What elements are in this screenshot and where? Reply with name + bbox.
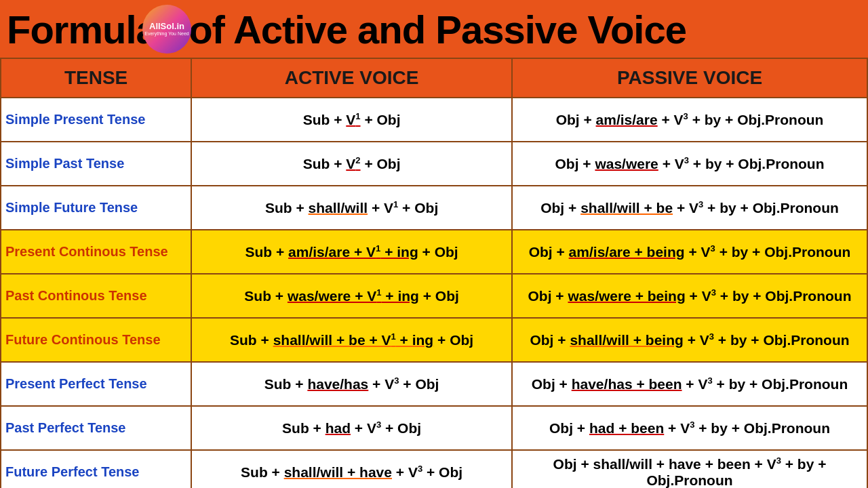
tense-name: Past Continous Tense (1, 274, 191, 318)
passive-formula: Obj + shall/will + being + V3 + by + Obj… (512, 318, 867, 362)
active-formula: Sub + have/has + V3 + Obj (191, 362, 512, 406)
passive-formula: Obj + am/is/are + V3 + by + Obj.Pronoun (512, 98, 867, 142)
active-formula: Sub + shall/will + have + V3 + Obj (191, 450, 512, 488)
table-row: Past Perfect Tense Sub + had + V3 + Obj … (1, 406, 867, 450)
table-row: Past Continous Tense Sub + was/were + V1… (1, 274, 867, 318)
table-row: Simple Future Tense Sub + shall/will + V… (1, 186, 867, 230)
col-header-active: ACTIVE VOICE (191, 58, 512, 98)
active-formula: Sub + am/is/are + V1 + ing + Obj (191, 230, 512, 274)
header-title: Formulas of Active and Passive Voice (7, 10, 686, 49)
table-row: Simple Past Tense Sub + V2 + Obj Obj + w… (1, 142, 867, 186)
passive-formula: Obj + shall/will + be + V3 + by + Obj.Pr… (512, 186, 867, 230)
logo: AllSol.in Everything You Need (142, 5, 191, 54)
tense-name: Present Continous Tense (1, 230, 191, 274)
active-formula: Sub + V1 + Obj (191, 98, 512, 142)
tense-name: Future Continous Tense (1, 318, 191, 362)
tense-name: Past Perfect Tense (1, 406, 191, 450)
table-row: Future Continous Tense Sub + shall/will … (1, 318, 867, 362)
col-header-tense: TENSE (1, 58, 191, 98)
active-formula: Sub + had + V3 + Obj (191, 406, 512, 450)
table-row: Present Continous Tense Sub + am/is/are … (1, 230, 867, 274)
tense-name: Future Perfect Tense (1, 450, 191, 488)
active-formula: Sub + was/were + V1 + ing + Obj (191, 274, 512, 318)
passive-formula: Obj + was/were + being + V3 + by + Obj.P… (512, 274, 867, 318)
table-container: TENSE ACTIVE VOICE PASSIVE VOICE Simple … (0, 58, 868, 488)
tense-name: Simple Present Tense (1, 98, 191, 142)
formulas-table: TENSE ACTIVE VOICE PASSIVE VOICE Simple … (0, 58, 868, 488)
table-row: Simple Present Tense Sub + V1 + Obj Obj … (1, 98, 867, 142)
passive-formula: Obj + have/has + been + V3 + by + Obj.Pr… (512, 362, 867, 406)
logo-line2: Everything You Need (144, 31, 189, 36)
col-header-passive: PASSIVE VOICE (512, 58, 867, 98)
tense-name: Simple Future Tense (1, 186, 191, 230)
active-formula: Sub + V2 + Obj (191, 142, 512, 186)
table-row: Present Perfect Tense Sub + have/has + V… (1, 362, 867, 406)
logo-line1: AllSol.in (149, 22, 184, 31)
tense-name: Present Perfect Tense (1, 362, 191, 406)
passive-formula: Obj + had + been + V3 + by + Obj.Pronoun (512, 406, 867, 450)
table-row: Future Perfect Tense Sub + shall/will + … (1, 450, 867, 488)
active-formula: Sub + shall/will + be + V1 + ing + Obj (191, 318, 512, 362)
passive-formula: Obj + am/is/are + being + V3 + by + Obj.… (512, 230, 867, 274)
tense-name: Simple Past Tense (1, 142, 191, 186)
passive-formula: Obj + was/were + V3 + by + Obj.Pronoun (512, 142, 867, 186)
header: Formulas of Active and Passive Voice All… (0, 0, 868, 58)
passive-formula: Obj + shall/will + have + been + V3 + by… (512, 450, 867, 488)
active-formula: Sub + shall/will + V1 + Obj (191, 186, 512, 230)
